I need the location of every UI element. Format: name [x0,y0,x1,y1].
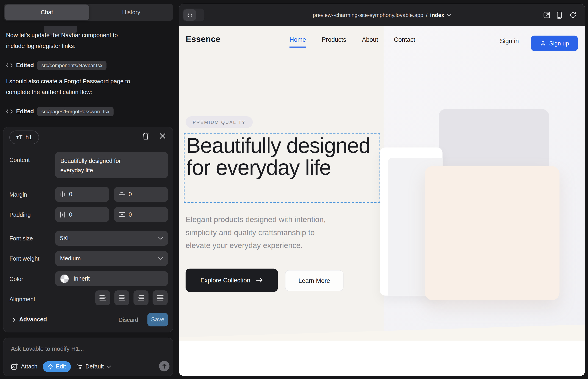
margin-horizontal-icon [60,191,65,197]
site-logo[interactable]: Essence [186,34,220,44]
code-icon [184,9,196,21]
premium-quality-badge: PREMIUM QUALITY [186,116,253,128]
chevron-down-icon [107,365,111,368]
mobile-view-button[interactable] [557,12,562,19]
delete-element-button[interactable] [142,132,149,140]
nav-link-products[interactable]: Products [322,36,346,48]
element-tag: h1 [25,134,32,141]
tab-chat[interactable]: Chat [5,5,90,20]
url-bar[interactable]: preview--charming-site-symphony.lovable.… [179,4,585,26]
sliders-icon [76,364,82,369]
composer-toolbar: Attach Edit Default [11,361,111,372]
save-button[interactable]: Save [147,313,168,327]
hero-description: Elegant products designed with intention… [186,213,362,252]
decorative-cream-card [425,166,559,300]
align-right-icon [138,295,144,301]
url-text: preview--charming-site-symphony.lovable.… [313,12,423,18]
nav-link-home[interactable]: Home [289,36,306,48]
alignment-label: Alignment [9,296,35,303]
margin-y-input[interactable]: 0 [114,187,168,202]
font-size-label: Font size [9,235,33,242]
chat-message: Now let's update the Navbar component to… [6,30,173,51]
hero-heading[interactable]: Beautifully designed for everyday life [186,134,380,178]
sign-up-button[interactable]: Sign up [531,35,578,51]
align-left-icon [99,295,106,301]
typography-icon: TT [16,134,22,140]
user-icon [540,40,546,46]
align-right-button[interactable] [134,290,148,305]
attach-image-icon [11,363,18,370]
code-icon [6,63,13,68]
margin-vertical-icon [119,192,125,197]
site-canvas: Essence Home Products About Contact Sign… [179,26,585,376]
explore-collection-button[interactable]: Explore Collection [186,269,278,292]
chevron-down-icon [447,14,451,16]
file-badge[interactable]: src/components/Navbar.tsx [37,61,107,70]
code-icon [6,109,13,114]
nav-link-contact[interactable]: Contact [394,36,415,48]
composer-input[interactable]: Ask Lovable to modify H1... [11,346,84,352]
font-weight-label: Font weight [9,255,39,262]
send-button[interactable] [159,361,170,371]
nav-link-about[interactable]: About [362,36,378,48]
advanced-toggle[interactable]: Advanced [12,316,47,323]
chevron-down-icon [158,237,163,240]
element-editor-panel: TT h1 Content Beautifully designed for e… [3,127,173,332]
margin-label: Margin [9,191,27,198]
lovable-app: Chat History Now let's update the Navbar… [0,0,588,379]
attach-button[interactable]: Attach [11,363,37,370]
chevron-right-icon [12,317,15,322]
align-justify-button[interactable] [153,290,168,305]
open-external-button[interactable] [543,12,550,18]
close-panel-button[interactable] [159,133,166,139]
align-center-icon [119,295,125,301]
chevron-down-icon [158,257,163,260]
color-select[interactable]: Inherit [55,271,168,286]
crosshair-icon [48,364,53,369]
edited-label: Edited [16,108,34,115]
refresh-button[interactable] [570,12,576,18]
close-icon [159,133,166,139]
chat-message: I should also create a Forgot Password p… [6,76,173,97]
element-tag-pill[interactable]: TT h1 [9,130,39,144]
learn-more-button[interactable]: Learn More [285,270,343,291]
chat-composer: Ask Lovable to modify H1... Attach Edit … [3,338,173,376]
discard-button[interactable]: Discard [119,316,138,323]
padding-label: Padding [9,211,31,218]
arrow-right-icon [256,278,263,283]
content-input[interactable]: Beautifully designed for everyday life [55,152,168,178]
page-name: index [430,12,444,18]
align-justify-icon [157,295,164,301]
color-label: Color [9,276,23,283]
padding-vertical-icon [119,212,125,217]
preview-window: preview--charming-site-symphony.lovable.… [179,4,585,376]
preview-topbar: preview--charming-site-symphony.lovable.… [179,4,585,26]
default-mode-select[interactable]: Default [76,363,111,370]
code-view-toggle[interactable] [183,9,204,22]
color-swatch [60,274,69,283]
font-size-select[interactable]: 5XL [55,231,168,246]
edited-label: Edited [16,62,34,69]
margin-x-input[interactable]: 0 [55,187,109,202]
content-label: Content [9,157,30,164]
file-badge[interactable]: src/pages/ForgotPassword.tsx [37,107,113,116]
section-below-hero [179,341,585,376]
site-nav: Home Products About Contact [289,36,415,48]
edited-file-row: Edited src/components/Navbar.tsx [6,60,107,71]
arrow-up-icon [162,364,167,369]
padding-horizontal-icon [60,211,65,218]
align-center-button[interactable] [114,290,129,305]
font-weight-select[interactable]: Medium [55,251,168,266]
trash-icon [142,132,149,140]
chat-history-tabs: Chat History [4,4,173,21]
align-left-button[interactable] [95,290,110,305]
edit-mode-button[interactable]: Edit [43,361,71,372]
tab-history[interactable]: History [89,4,173,21]
sign-in-link[interactable]: Sign in [500,38,519,45]
edited-file-row: Edited src/pages/ForgotPassword.tsx [6,106,113,117]
padding-x-input[interactable]: 0 [55,207,109,222]
padding-y-input[interactable]: 0 [114,207,168,222]
